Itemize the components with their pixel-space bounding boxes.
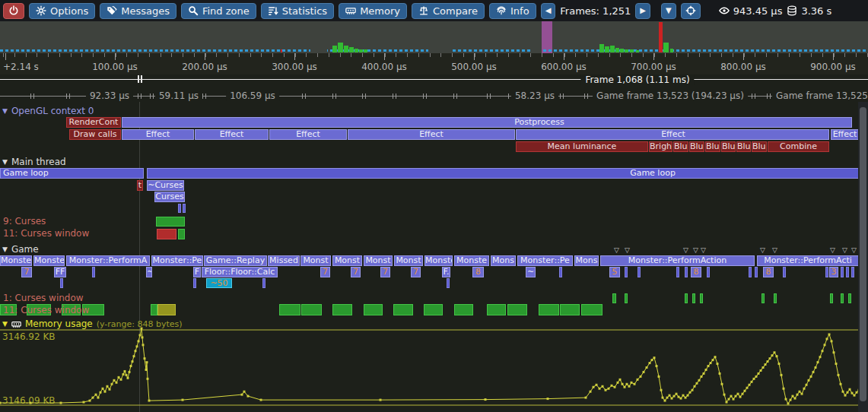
zone[interactable]: 7: [411, 267, 421, 277]
frame-bar[interactable]: [332, 46, 337, 52]
zone[interactable]: t: [137, 180, 143, 191]
plot-bar[interactable]: [761, 293, 765, 303]
plot-bar[interactable]: [301, 304, 322, 315]
next-frame-button[interactable]: ▶: [635, 3, 650, 19]
options-button[interactable]: Options: [29, 3, 95, 19]
zone[interactable]: [749, 267, 752, 277]
zone[interactable]: Monst: [364, 255, 393, 266]
zone[interactable]: Monste: [454, 255, 489, 266]
plot-bar[interactable]: [774, 293, 777, 303]
plot-bar[interactable]: [507, 304, 527, 315]
plot-bar[interactable]: [539, 304, 559, 315]
frame-marker-icon[interactable]: ▽: [683, 247, 688, 254]
zone[interactable]: 3: [829, 267, 838, 277]
zone[interactable]: [60, 278, 63, 288]
zone[interactable]: ~: [526, 267, 536, 277]
zone[interactable]: Bright: [649, 141, 672, 152]
zone[interactable]: [825, 267, 828, 277]
zone[interactable]: Blur: [736, 141, 751, 152]
frame-bar[interactable]: [355, 49, 358, 52]
zone[interactable]: [783, 267, 786, 277]
plot-bar[interactable]: [393, 304, 413, 315]
frame-bar[interactable]: [659, 22, 663, 52]
zone[interactable]: [262, 278, 265, 288]
messages-button[interactable]: Messages: [100, 3, 176, 19]
zone[interactable]: Monste: [424, 255, 453, 266]
zone[interactable]: Draw calls: [69, 129, 121, 140]
zone[interactable]: Blur: [752, 141, 767, 152]
plot-bar[interactable]: [841, 293, 844, 303]
zone[interactable]: Monste: [33, 255, 65, 266]
frame-bar[interactable]: [349, 47, 354, 52]
frame-bar[interactable]: [620, 49, 624, 52]
zone[interactable]: [637, 267, 641, 277]
zone[interactable]: Game loop: [147, 168, 868, 179]
plot-bar[interactable]: [692, 293, 695, 303]
section-header-main-thread[interactable]: ▼Main thread: [2, 157, 66, 167]
zone[interactable]: Mons: [491, 255, 516, 266]
frame-bar[interactable]: [663, 43, 669, 52]
zone[interactable]: [841, 267, 844, 277]
zone[interactable]: 5: [609, 267, 620, 277]
zone[interactable]: F.: [442, 267, 450, 277]
plot-bar[interactable]: [625, 293, 628, 303]
plot-bar[interactable]: [157, 229, 176, 239]
plot-bar[interactable]: [332, 304, 352, 315]
zone[interactable]: Missed: [268, 255, 300, 266]
zone[interactable]: [183, 204, 186, 213]
zone[interactable]: Blur: [673, 141, 688, 152]
frame-marker-icon[interactable]: ▽: [625, 247, 630, 254]
zone[interactable]: ~Curses: [147, 180, 184, 191]
frame-marker-icon[interactable]: ▽: [614, 247, 619, 254]
zone[interactable]: [559, 267, 562, 277]
plot-bar[interactable]: [685, 293, 688, 303]
zone[interactable]: Curses: [154, 192, 185, 202]
frame-bar[interactable]: [625, 49, 628, 52]
zone[interactable]: Game loop: [0, 168, 144, 179]
frame-marker-icon[interactable]: ▽: [760, 247, 765, 254]
collapse-frames-button[interactable]: ▼: [661, 3, 676, 19]
zone[interactable]: Effect: [195, 129, 269, 140]
goto-frame-button[interactable]: [681, 3, 701, 19]
plot-bar[interactable]: [454, 304, 473, 315]
memory-button[interactable]: Memory: [339, 3, 407, 19]
zone[interactable]: 8: [691, 267, 701, 277]
zone[interactable]: 7: [380, 267, 390, 277]
memory-graph[interactable]: [0, 322, 868, 412]
zone[interactable]: Effect: [516, 129, 829, 140]
frame-bar[interactable]: [364, 49, 367, 52]
plot-bar[interactable]: [156, 217, 185, 227]
plot-bar[interactable]: [424, 304, 443, 315]
plot-bar[interactable]: [581, 304, 603, 315]
zone[interactable]: Postprocess: [122, 117, 852, 128]
scrollbar-thumb[interactable]: [860, 107, 866, 401]
zone[interactable]: Monster::PerformA: [66, 255, 150, 266]
frame-bar[interactable]: [359, 49, 363, 52]
zone[interactable]: Blur: [689, 141, 704, 152]
zone[interactable]: [447, 278, 450, 288]
zone[interactable]: F: [193, 267, 201, 277]
frame-bar[interactable]: [636, 50, 639, 52]
plot-bar[interactable]: [700, 293, 703, 303]
zone[interactable]: [676, 267, 679, 277]
plot-bar[interactable]: [151, 304, 157, 315]
zone[interactable]: Mean luminance: [516, 141, 648, 152]
zone[interactable]: Monste: [0, 255, 32, 266]
frame-bar[interactable]: [615, 48, 619, 52]
zone[interactable]: Mons: [574, 255, 599, 266]
zone[interactable]: Effect: [348, 129, 515, 140]
time-ruler[interactable]: +2.14 s100.00 μs200.00 μs300.00 μs400.00…: [0, 53, 868, 74]
frame-histogram[interactable]: [0, 21, 868, 53]
frame-marker-icon[interactable]: ▽: [772, 247, 777, 254]
zone[interactable]: [625, 267, 628, 277]
zone[interactable]: [178, 204, 181, 213]
frame-bar[interactable]: [605, 46, 609, 52]
zone[interactable]: ~: [146, 267, 152, 277]
plot-bar[interactable]: [560, 304, 580, 315]
plot-bar[interactable]: [178, 229, 185, 239]
zone[interactable]: Effect: [122, 129, 194, 140]
frame-bar[interactable]: [670, 49, 673, 52]
zone[interactable]: 7: [21, 267, 32, 277]
zone[interactable]: Game::Replay: [204, 255, 267, 266]
frame-bar[interactable]: [630, 49, 634, 52]
